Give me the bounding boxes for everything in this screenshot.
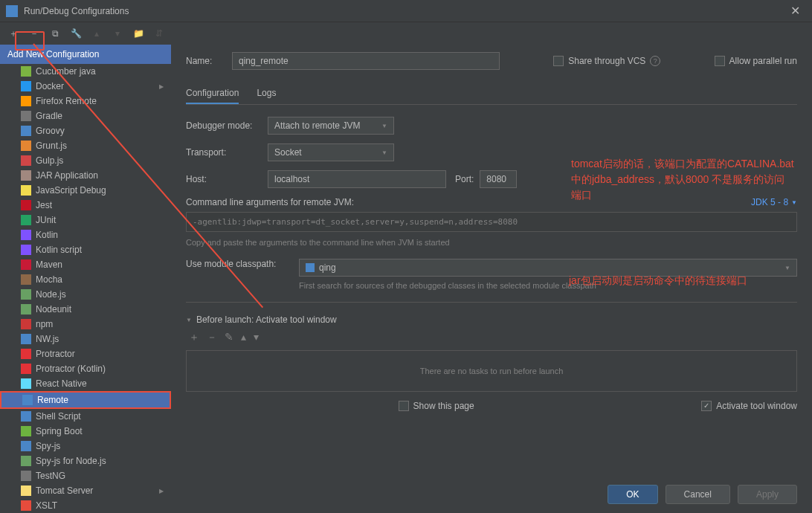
remove-button[interactable]: －	[27, 26, 42, 41]
tree-label: Remote	[37, 395, 68, 405]
config-type-icon	[21, 111, 31, 121]
help-icon[interactable]: ?	[650, 56, 660, 66]
tree-label: Kotlin script	[36, 245, 82, 255]
apply-button[interactable]: Apply	[738, 485, 797, 504]
activate-window-checkbox[interactable]	[701, 401, 712, 411]
settings-button[interactable]: 🔧	[68, 26, 83, 41]
tree-item-react-native[interactable]: React Native	[0, 376, 171, 391]
folder-button[interactable]: 📁	[131, 26, 146, 41]
port-input[interactable]	[480, 170, 517, 188]
tree-label: JavaScript Debug	[36, 185, 106, 196]
tree-item-javascript-debug[interactable]: JavaScript Debug	[0, 183, 171, 198]
ok-button[interactable]: OK	[608, 485, 657, 504]
tree-label: Protractor	[36, 349, 75, 359]
collapse-button[interactable]: ⇵	[152, 26, 167, 41]
classpath-hint: First search for sources of the debugged…	[299, 281, 797, 290]
host-input[interactable]	[268, 170, 446, 188]
task-up-button[interactable]: ▴	[241, 331, 246, 344]
tree-item-maven[interactable]: Maven	[0, 257, 171, 272]
tree-item-spy-js[interactable]: Spy-js	[0, 439, 171, 454]
tree-item-xslt[interactable]: XSLT	[0, 498, 171, 513]
name-input[interactable]	[232, 52, 500, 70]
config-type-icon	[21, 319, 31, 329]
chevron-down-icon: ▼	[381, 149, 387, 156]
tree-item-protractor-kotlin-[interactable]: Protractor (Kotlin)	[0, 361, 171, 376]
config-type-icon	[21, 245, 31, 255]
before-launch-toggle[interactable]: ▼ Before launch: Activate tool window	[186, 314, 797, 325]
add-button[interactable]: ＋	[6, 26, 21, 41]
cancel-button[interactable]: Cancel	[666, 485, 730, 504]
config-type-icon	[21, 259, 31, 270]
config-type-icon	[21, 304, 31, 314]
config-tree: Add New Configuration Cucumber javaDocke…	[0, 45, 171, 513]
tree-label: Spring Boot	[36, 426, 83, 436]
cmd-args-label: Command line arguments for remote JVM:	[186, 197, 354, 207]
tree-item-nodeunit[interactable]: Nodeunit	[0, 302, 171, 317]
tree-item-tomcat-server[interactable]: Tomcat Server▶	[0, 483, 171, 498]
chevron-right-icon: ▶	[159, 488, 164, 494]
tab-logs[interactable]: Logs	[257, 83, 276, 104]
show-page-checkbox[interactable]	[399, 401, 409, 411]
config-type-icon	[21, 500, 31, 511]
config-type-icon	[21, 289, 31, 300]
tree-item-grunt-js[interactable]: Grunt.js	[0, 138, 171, 153]
task-edit-button[interactable]: ✎	[225, 331, 233, 344]
tree-item-groovy[interactable]: Groovy	[0, 123, 171, 138]
tree-label: Maven	[36, 259, 62, 270]
tree-item-spring-boot[interactable]: Spring Boot	[0, 424, 171, 439]
tree-item-firefox-remote[interactable]: Firefox Remote	[0, 94, 171, 109]
transport-dropdown[interactable]: Socket ▼	[268, 143, 394, 161]
tree-item-spy-js-for-node-js[interactable]: Spy-js for Node.js	[0, 454, 171, 468]
close-button[interactable]: ✕	[784, 4, 806, 18]
tree-label: Gradle	[36, 111, 62, 121]
jdk-version-link[interactable]: JDK 5 - 8 ▼	[751, 197, 797, 207]
debugger-mode-dropdown[interactable]: Attach to remote JVM ▼	[268, 117, 394, 135]
tree-label: Spy-js for Node.js	[36, 456, 106, 466]
cmd-hint: Copy and paste the arguments to the comm…	[186, 238, 797, 247]
tree-label: XSLT	[36, 500, 57, 511]
tree-item-jar-application[interactable]: JAR Application	[0, 168, 171, 183]
tree-label: Kotlin	[36, 230, 58, 240]
classpath-label: Use module classpath:	[186, 259, 290, 269]
tree-item-remote[interactable]: Remote	[0, 391, 171, 409]
tree-item-kotlin-script[interactable]: Kotlin script	[0, 242, 171, 257]
tree-item-gradle[interactable]: Gradle	[0, 109, 171, 123]
tree-item-mocha[interactable]: Mocha	[0, 272, 171, 287]
task-down-button[interactable]: ▾	[254, 331, 259, 344]
parallel-label: Allow parallel run	[729, 56, 797, 66]
tree-item-shell-script[interactable]: Shell Script	[0, 409, 171, 424]
task-add-button[interactable]: ＋	[189, 331, 199, 344]
tree-item-junit[interactable]: JUnit	[0, 213, 171, 228]
tree-label: Shell Script	[36, 411, 81, 422]
copy-button[interactable]: ⧉	[48, 26, 62, 41]
classpath-dropdown[interactable]: qing ▼	[299, 259, 797, 277]
tree-item-npm[interactable]: npm	[0, 317, 171, 332]
config-type-icon	[21, 185, 31, 196]
task-remove-button[interactable]: －	[207, 331, 217, 344]
tree-item-cucumber-java[interactable]: Cucumber java	[0, 64, 171, 79]
config-type-icon	[21, 200, 31, 210]
tab-configuration[interactable]: Configuration	[186, 83, 239, 104]
transport-label: Transport:	[186, 147, 268, 158]
tree-item-jest[interactable]: Jest	[0, 198, 171, 213]
config-type-icon	[21, 170, 31, 181]
share-vcs-checkbox[interactable]	[553, 56, 564, 66]
tree-label: Cucumber java	[36, 66, 96, 77]
share-vcs-label: Share through VCS	[568, 56, 645, 66]
tree-label: TestNG	[36, 471, 65, 481]
tree-item-nw-js[interactable]: NW.js	[0, 332, 171, 346]
tree-item-testng[interactable]: TestNG	[0, 468, 171, 483]
tree-label: Docker	[36, 81, 64, 91]
tree-item-node-js[interactable]: Node.js	[0, 287, 171, 302]
tree-item-gulp-js[interactable]: Gulp.js	[0, 153, 171, 168]
tree-label: Jest	[36, 200, 52, 210]
tree-item-docker[interactable]: Docker▶	[0, 79, 171, 94]
tree-item-protractor[interactable]: Protractor	[0, 346, 171, 361]
cmd-args-box[interactable]: -agentlib:jdwp=transport=dt_socket,serve…	[186, 212, 797, 232]
tree-item-kotlin[interactable]: Kotlin	[0, 228, 171, 242]
down-button[interactable]: ▾	[110, 26, 125, 41]
config-type-icon	[21, 155, 31, 166]
tree-label: NW.js	[36, 334, 59, 344]
parallel-checkbox[interactable]	[715, 56, 725, 66]
up-button[interactable]: ▴	[89, 26, 104, 41]
